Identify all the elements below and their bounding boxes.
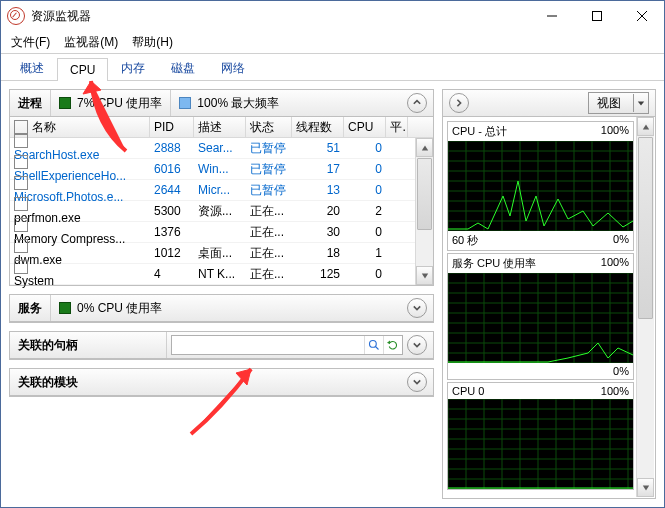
services-panel-header[interactable]: 服务 0% CPU 使用率 — [10, 295, 433, 322]
scrollbar-thumb[interactable] — [638, 137, 653, 319]
col-cpu[interactable]: CPU — [344, 117, 386, 137]
max-freq-label: 100% 最大频率 — [197, 95, 279, 112]
col-name[interactable]: 名称 — [32, 119, 56, 136]
menu-help[interactable]: 帮助(H) — [126, 32, 179, 53]
tab-disk[interactable]: 磁盘 — [158, 55, 208, 81]
tab-overview[interactable]: 概述 — [7, 55, 57, 81]
svg-marker-8 — [387, 341, 390, 345]
svg-rect-1 — [592, 12, 601, 21]
modules-panel-header[interactable]: 关联的模块 — [10, 369, 433, 396]
chevron-down-icon — [633, 94, 648, 112]
row-checkbox[interactable] — [14, 134, 28, 148]
handles-panel-title: 关联的句柄 — [10, 332, 167, 358]
svg-marker-9 — [638, 101, 644, 105]
svg-line-7 — [376, 347, 379, 350]
row-checkbox[interactable] — [14, 155, 28, 169]
chart: CPU 0100% — [447, 382, 634, 490]
handles-panel-header[interactable]: 关联的句柄 — [10, 332, 433, 359]
services-panel: 服务 0% CPU 使用率 — [9, 294, 434, 323]
tabbar: 概述 CPU 内存 磁盘 网络 — [1, 53, 664, 81]
chart-title: CPU 0 — [452, 385, 484, 397]
svg-marker-73 — [642, 124, 648, 129]
expand-icon[interactable] — [407, 335, 427, 355]
process-panel-header[interactable]: 进程 7% CPU 使用率 100% 最大频率 — [10, 90, 433, 117]
expand-icon[interactable] — [407, 298, 427, 318]
process-table: 名称 PID 描述 状态 线程数 CPU 平… SearchHost.exe28… — [10, 117, 433, 285]
search-icon[interactable] — [364, 336, 383, 354]
chart: 服务 CPU 使用率100%0% — [447, 253, 634, 380]
row-checkbox[interactable] — [14, 239, 28, 253]
menubar: 文件(F) 监视器(M) 帮助(H) — [1, 31, 664, 53]
charts-pane: 视图 CPU - 总计100%60 秒0%服务 CPU 使用率100%0%CPU… — [442, 89, 656, 499]
collapse-icon[interactable] — [407, 93, 427, 113]
row-checkbox[interactable] — [14, 197, 28, 211]
services-cpu-label: 0% CPU 使用率 — [77, 300, 162, 317]
svg-marker-74 — [642, 485, 648, 490]
table-scrollbar[interactable] — [415, 138, 433, 285]
charts-header: 视图 — [443, 90, 655, 117]
handles-search-input[interactable] — [172, 337, 364, 353]
chart: CPU - 总计100%60 秒0% — [447, 121, 634, 251]
col-threads[interactable]: 线程数 — [292, 117, 344, 137]
expand-icon[interactable] — [407, 372, 427, 392]
services-panel-title: 服务 — [10, 300, 50, 317]
svg-marker-5 — [421, 273, 427, 278]
cpu-usage-label: 7% CPU 使用率 — [77, 95, 162, 112]
titlebar: 资源监视器 — [1, 1, 664, 31]
col-desc[interactable]: 描述 — [194, 117, 246, 137]
app-icon — [7, 7, 25, 25]
col-status[interactable]: 状态 — [246, 117, 292, 137]
table-row[interactable]: System4NT K...正在...1250 — [10, 264, 415, 285]
cpu-usage-icon — [59, 97, 71, 109]
col-pid[interactable]: PID — [150, 117, 194, 137]
charts-scrollbar[interactable] — [636, 117, 654, 497]
maximize-button[interactable] — [574, 1, 619, 31]
window-title: 资源监视器 — [31, 8, 529, 25]
select-all-checkbox[interactable] — [14, 120, 28, 134]
chart-title: CPU - 总计 — [452, 124, 507, 139]
chart-footer-right: 0% — [613, 365, 629, 377]
scroll-down-icon[interactable] — [637, 478, 654, 497]
modules-panel-title: 关联的模块 — [10, 374, 86, 391]
row-checkbox[interactable] — [14, 176, 28, 190]
svg-marker-4 — [421, 145, 427, 150]
charts-collapse-icon[interactable] — [449, 93, 469, 113]
view-label: 视图 — [597, 95, 621, 112]
handles-panel: 关联的句柄 — [9, 331, 434, 360]
chart-max: 100% — [601, 256, 629, 271]
scroll-up-icon[interactable] — [637, 117, 654, 136]
scrollbar-thumb[interactable] — [417, 158, 432, 230]
close-button[interactable] — [619, 1, 664, 31]
max-freq-icon — [179, 97, 191, 109]
menu-monitor[interactable]: 监视器(M) — [58, 32, 124, 53]
minimize-button[interactable] — [529, 1, 574, 31]
chart-footer-right: 0% — [613, 233, 629, 248]
services-cpu-icon — [59, 302, 71, 314]
svg-point-6 — [370, 341, 377, 348]
tab-network[interactable]: 网络 — [208, 55, 258, 81]
row-checkbox[interactable] — [14, 260, 28, 274]
process-panel: 进程 7% CPU 使用率 100% 最大频率 名称 PID 描述 状态 线程数… — [9, 89, 434, 286]
tab-memory[interactable]: 内存 — [108, 55, 158, 81]
col-avg[interactable]: 平… — [386, 117, 408, 137]
scroll-up-icon[interactable] — [416, 138, 433, 157]
scroll-down-icon[interactable] — [416, 266, 433, 285]
chart-max: 100% — [601, 385, 629, 397]
row-checkbox[interactable] — [14, 218, 28, 232]
menu-file[interactable]: 文件(F) — [5, 32, 56, 53]
handles-searchbox — [171, 335, 403, 355]
view-dropdown[interactable]: 视图 — [588, 92, 649, 114]
refresh-icon[interactable] — [383, 336, 402, 354]
modules-panel: 关联的模块 — [9, 368, 434, 397]
chart-footer-left: 60 秒 — [452, 233, 478, 248]
tab-cpu[interactable]: CPU — [57, 58, 108, 81]
process-panel-title: 进程 — [10, 95, 50, 112]
chart-max: 100% — [601, 124, 629, 139]
chart-title: 服务 CPU 使用率 — [452, 256, 536, 271]
